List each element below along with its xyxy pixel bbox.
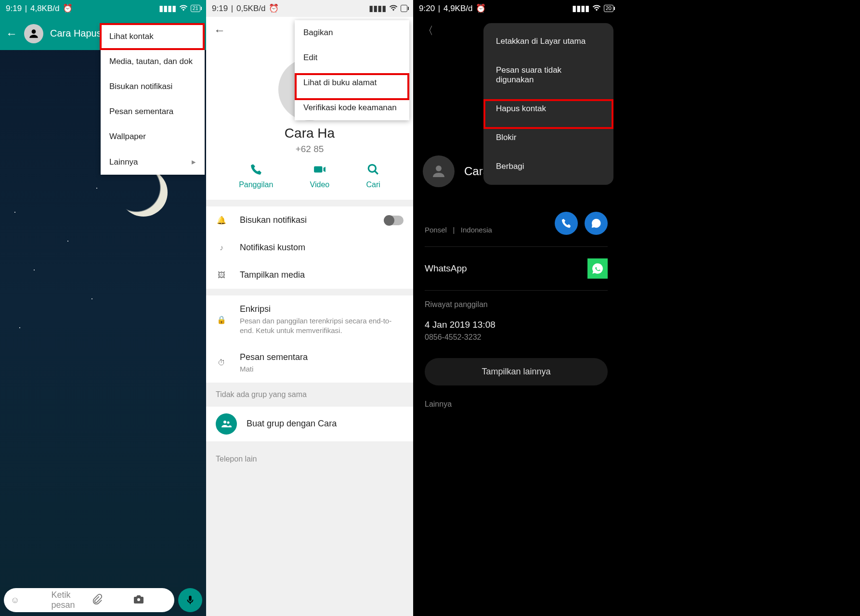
camera-icon[interactable] <box>133 593 168 607</box>
wifi-icon <box>179 4 188 13</box>
menu-view-contact[interactable]: Lihat kontak <box>101 24 205 49</box>
row-media[interactable]: 🖼 Tampilkan media <box>206 261 413 289</box>
svg-point-0 <box>32 29 36 34</box>
menu-delete-contact[interactable]: Hapus kontak <box>483 94 613 123</box>
contact-phone: +62 85 <box>206 144 413 154</box>
call-button[interactable] <box>555 212 578 235</box>
group-icon <box>216 413 237 435</box>
call-button[interactable]: Panggilan <box>239 163 273 189</box>
contact-name: Cara Ha <box>206 126 413 141</box>
mute-toggle[interactable] <box>384 216 404 225</box>
chat-options-menu: Lihat kontak Media, tautan, dan dok Bisu… <box>101 24 205 175</box>
message-button[interactable] <box>585 212 608 235</box>
signal-icon: ▮▮▮▮ <box>572 3 589 13</box>
menu-homescreen[interactable]: Letakkan di Layar utama <box>483 27 613 56</box>
status-speed: 4,9KB/d <box>443 4 473 13</box>
chevron-right-icon: ▸ <box>192 157 196 167</box>
svg-point-6 <box>436 166 442 171</box>
wifi-icon <box>389 4 398 13</box>
menu-view-addressbook[interactable]: Lihat di buku alamat <box>295 70 409 95</box>
avatar[interactable] <box>423 155 455 187</box>
search-button[interactable]: Cari <box>366 163 380 189</box>
menu-temp-msg[interactable]: Pesan sementara <box>101 99 205 124</box>
row-custom-notif[interactable]: ♪ Notifikasi kustom <box>206 234 413 261</box>
show-more-button[interactable]: Tampilkan lainnya <box>425 358 608 385</box>
status-speed: 0,5KB/d <box>236 4 266 13</box>
menu-edit[interactable]: Edit <box>295 45 409 70</box>
no-groups-label: Tidak ada grup yang sama <box>206 383 413 407</box>
whatsapp-icon <box>587 258 608 279</box>
signal-icon: ▮▮▮▮ <box>159 3 176 13</box>
menu-wallpaper[interactable]: Wallpaper <box>101 124 205 149</box>
contact-action-buttons <box>555 212 608 235</box>
timer-icon: ⏱ <box>216 359 227 367</box>
status-time: 9:19 <box>6 4 22 13</box>
battery-icon: 21 <box>191 5 200 12</box>
menu-block[interactable]: Blokir <box>483 123 613 152</box>
status-bar: 9:19 | 0,5KB/d ⏰ ▮▮▮▮ <box>206 0 413 17</box>
svg-point-5 <box>227 421 230 424</box>
status-speed: 4,8KB/d <box>30 4 60 13</box>
note-icon: ♪ <box>216 244 227 252</box>
menu-share[interactable]: Berbagi <box>483 152 613 181</box>
video-button[interactable]: Video <box>310 163 330 189</box>
battery-icon <box>401 5 407 12</box>
message-placeholder: Ketik pesan <box>52 590 87 610</box>
back-icon[interactable]: 〈 <box>423 25 433 37</box>
back-icon[interactable]: ← <box>214 24 225 37</box>
alarm-icon: ⏰ <box>473 3 486 13</box>
menu-media[interactable]: Media, tautan, dan dok <box>101 49 205 74</box>
status-time: 9:19 <box>212 4 228 13</box>
back-icon[interactable]: ← <box>6 27 17 40</box>
stars-background <box>0 144 206 616</box>
menu-share[interactable]: Bagikan <box>295 20 409 45</box>
alarm-icon: ⏰ <box>60 3 73 13</box>
alarm-icon: ⏰ <box>266 3 279 13</box>
menu-voicemail[interactable]: Pesan suara tidak digunakan <box>483 56 613 94</box>
other-phone-label: Telepon lain <box>206 447 413 471</box>
row-mute[interactable]: 🔔 Bisukan notifikasi <box>206 206 413 234</box>
screenshot-1-whatsapp-chat: 9:19 | 4,8KB/d ⏰ ▮▮▮▮ 21 ← Cara Hapus Ko… <box>0 0 206 616</box>
mic-button[interactable] <box>178 588 202 612</box>
settings-section: 🔔 Bisukan notifikasi ♪ Notifikasi kustom… <box>206 206 413 289</box>
avatar[interactable] <box>24 24 43 43</box>
other-label: Lainnya <box>413 390 619 415</box>
signal-icon: ▮▮▮▮ <box>369 3 386 13</box>
attach-icon[interactable] <box>92 594 127 607</box>
svg-point-4 <box>223 421 226 424</box>
battery-icon: 20 <box>604 5 613 12</box>
status-time: 9:20 <box>419 4 435 13</box>
menu-verify[interactable]: Verifikasi kode keamanan <box>295 95 409 120</box>
menu-mute[interactable]: Bisukan notifikasi <box>101 74 205 99</box>
menu-more[interactable]: Lainnya▸ <box>101 149 205 175</box>
bell-icon: 🔔 <box>216 216 227 225</box>
call-history-label: Riwayat panggilan <box>413 291 619 316</box>
create-group-row[interactable]: Buat grup dengan Cara <box>206 407 413 441</box>
lock-icon: 🔒 <box>216 315 227 324</box>
screenshot-3-contact-detail: 9:20 | 4,9KB/d ⏰ ▮▮▮▮ 20 〈 Cara Letakkan… <box>413 0 619 616</box>
row-encryption[interactable]: 🔒 Enkripsi Pesan dan panggilan terenkrip… <box>206 295 413 344</box>
svg-point-1 <box>137 598 140 601</box>
row-temp-msg[interactable]: ⏱ Pesan sementara Mati <box>206 344 413 383</box>
security-section: 🔒 Enkripsi Pesan dan panggilan terenkrip… <box>206 295 413 383</box>
message-input[interactable]: ☺ Ketik pesan <box>4 588 174 612</box>
screenshot-2-contact-info: 9:19 | 0,5KB/d ⏰ ▮▮▮▮ ← Cara Ha +62 85 P… <box>206 0 413 616</box>
svg-point-3 <box>368 165 376 172</box>
status-bar: 9:19 | 4,8KB/d ⏰ ▮▮▮▮ 21 <box>0 0 206 17</box>
wifi-icon <box>592 4 601 13</box>
contact-options-menu: Letakkan di Layar utama Pesan suara tida… <box>483 23 613 185</box>
contact-options-menu: Bagikan Edit Lihat di buku alamat Verifi… <box>295 20 409 120</box>
action-buttons: Panggilan Video Cari <box>206 154 413 200</box>
image-icon: 🖼 <box>216 271 227 280</box>
call-history-item[interactable]: 4 Jan 2019 13:08 0856-4552-3232 <box>413 316 619 353</box>
whatsapp-row[interactable]: WhatsApp <box>413 247 619 290</box>
status-bar: 9:20 | 4,9KB/d ⏰ ▮▮▮▮ 20 <box>413 0 619 17</box>
message-input-bar: ☺ Ketik pesan <box>4 588 202 612</box>
emoji-icon[interactable]: ☺ <box>11 595 46 605</box>
